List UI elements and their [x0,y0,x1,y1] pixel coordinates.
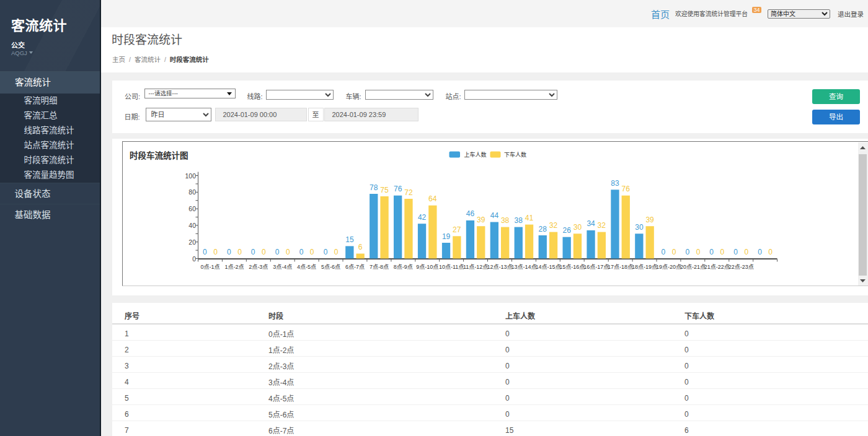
svg-text:76: 76 [394,185,402,193]
svg-text:上车人数: 上车人数 [464,151,487,158]
svg-text:17点-18点: 17点-18点 [608,264,633,270]
svg-text:30: 30 [635,223,644,232]
svg-text:20: 20 [188,238,196,246]
svg-text:22点-23点: 22点-23点 [728,264,754,270]
svg-text:6点-7点: 6点-7点 [345,264,365,270]
svg-text:27: 27 [453,225,461,234]
svg-text:76: 76 [622,185,631,193]
svg-text:0: 0 [203,248,207,256]
svg-text:0: 0 [324,248,328,256]
svg-text:40: 40 [188,222,196,229]
svg-text:21点-22点: 21点-22点 [704,264,730,270]
svg-text:0: 0 [685,248,689,256]
svg-text:30: 30 [574,223,582,232]
svg-text:42: 42 [418,213,427,222]
svg-text:9点-10点: 9点-10点 [416,264,438,270]
svg-text:0: 0 [275,248,280,256]
svg-text:20点-21点: 20点-21点 [680,264,706,270]
svg-text:11点-12点: 11点-12点 [463,264,488,270]
svg-text:44: 44 [490,211,499,220]
svg-text:64: 64 [428,194,437,203]
svg-text:15点-16点: 15点-16点 [559,264,585,270]
svg-text:8点-9点: 8点-9点 [394,264,413,270]
svg-text:15: 15 [345,235,354,244]
svg-text:0: 0 [672,248,676,256]
svg-text:75: 75 [380,186,389,194]
svg-text:0: 0 [213,248,218,256]
svg-text:46: 46 [466,209,475,218]
svg-text:19: 19 [442,232,451,241]
svg-text:38: 38 [515,216,523,225]
svg-text:2点-3点: 2点-3点 [249,264,268,270]
svg-text:32: 32 [549,221,558,230]
svg-text:0: 0 [768,248,773,256]
svg-text:0: 0 [334,248,339,256]
svg-text:0: 0 [744,248,748,256]
svg-text:3点-4点: 3点-4点 [273,264,292,270]
svg-text:60: 60 [188,205,196,212]
svg-text:0: 0 [227,248,231,256]
svg-text:12点-13点: 12点-13点 [487,264,512,270]
svg-text:72: 72 [404,188,413,197]
svg-text:19点-20点: 19点-20点 [656,264,681,270]
svg-text:0: 0 [262,248,266,256]
svg-text:80: 80 [188,188,196,196]
svg-text:38: 38 [501,216,510,225]
svg-text:4点-5点: 4点-5点 [297,264,316,270]
svg-text:34: 34 [587,219,595,228]
svg-text:下车人数: 下车人数 [504,151,526,158]
svg-text:时段车流统计图: 时段车流统计图 [130,150,188,160]
svg-text:1点-2点: 1点-2点 [224,264,244,270]
svg-text:0: 0 [237,248,242,256]
svg-text:28: 28 [539,225,547,233]
svg-text:13点-14点: 13点-14点 [511,264,536,270]
svg-text:83: 83 [611,179,619,188]
svg-text:18点-19点: 18点-19点 [632,264,657,270]
svg-text:39: 39 [477,216,485,224]
svg-text:0: 0 [192,255,196,263]
svg-text:16点-17点: 16点-17点 [583,264,609,270]
svg-text:32: 32 [598,221,606,230]
svg-text:6: 6 [358,243,363,251]
svg-text:26: 26 [563,226,572,235]
svg-text:0: 0 [251,248,255,256]
svg-text:0: 0 [662,248,666,256]
svg-text:41: 41 [525,214,534,222]
svg-text:0: 0 [696,248,701,256]
svg-text:0: 0 [720,248,725,256]
svg-text:0: 0 [709,248,714,256]
svg-text:39: 39 [645,216,654,224]
svg-text:0: 0 [758,248,762,256]
svg-text:14点-15点: 14点-15点 [535,264,560,270]
svg-text:0: 0 [310,248,314,256]
svg-text:0: 0 [299,248,304,256]
svg-text:7点-8点: 7点-8点 [370,264,389,270]
svg-text:0: 0 [733,248,738,256]
svg-text:100: 100 [185,172,196,180]
svg-text:10点-11点: 10点-11点 [439,264,464,270]
svg-text:78: 78 [370,183,378,192]
svg-text:5点-6点: 5点-6点 [321,264,340,270]
svg-text:0: 0 [286,248,290,256]
svg-text:0点-1点: 0点-1点 [200,264,219,270]
